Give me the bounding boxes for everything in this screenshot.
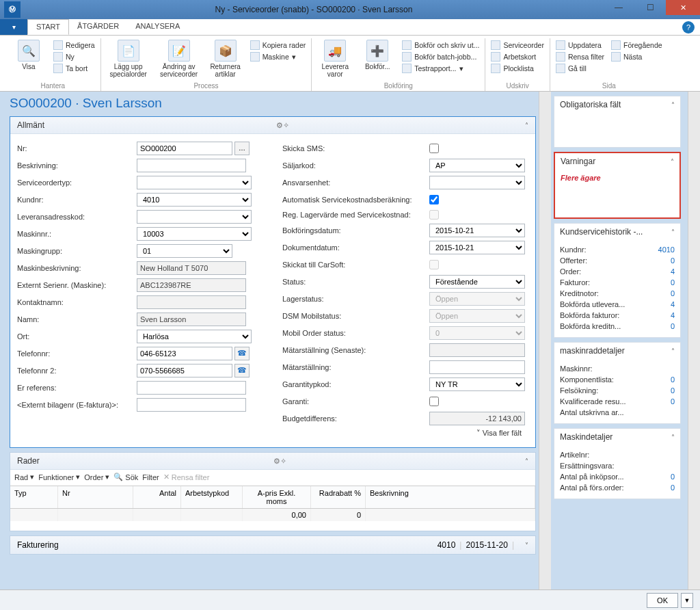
panel-maskinrad-header[interactable]: maskinraddetaljer˄ <box>554 343 680 359</box>
select-kundnr[interactable]: 4010 <box>137 193 252 207</box>
select-maskingrupp[interactable]: 01 <box>137 244 232 258</box>
list-item[interactable]: Bokförda utlevera...4 <box>560 299 675 310</box>
input-nr[interactable] <box>137 142 232 155</box>
select-serviceordertyp[interactable] <box>137 176 252 189</box>
list-item[interactable]: Ersättningsvara: <box>560 460 675 471</box>
chevron-down-icon-fakt[interactable]: ˅ <box>525 542 528 549</box>
list-item[interactable]: Artikelnr: <box>560 449 675 460</box>
select-maskinnr[interactable]: 10003 <box>137 227 252 241</box>
list-item[interactable]: Antal på inköpsor...0 <box>560 471 675 482</box>
toolbar-sok[interactable]: 🔍 Sök <box>113 473 138 481</box>
col-antal[interactable]: Antal <box>133 486 181 508</box>
input-externt-bilagenr[interactable] <box>137 398 246 412</box>
col-arbetstypkod[interactable]: Arbetstypkod <box>181 486 243 508</box>
col-radrabatt[interactable]: Radrabatt % <box>311 486 366 508</box>
phone-icon[interactable]: ☎ <box>234 347 250 360</box>
bokfor-skriv-ut-button[interactable]: Bokför och skriv ut... <box>401 40 481 51</box>
input-matarstallning[interactable] <box>429 360 525 374</box>
visa-button[interactable]: 🔍Visa <box>10 38 48 81</box>
panel-allmant-header[interactable]: Allmänt ⚙✧ ˄ <box>10 117 535 134</box>
lookup-nr[interactable]: … <box>234 142 250 155</box>
list-item[interactable]: Antal utskrivna ar... <box>560 407 675 418</box>
table-row[interactable]: 0,00 0 <box>10 509 535 521</box>
kopiera-rader-button[interactable]: Kopiera rader <box>249 40 308 51</box>
maximize-button[interactable] <box>634 0 666 15</box>
select-garantitypkod[interactable]: NY TR <box>429 377 525 391</box>
panel-rader-header[interactable]: Rader ⚙✧ ˄ <box>10 453 535 470</box>
bokfor-button[interactable]: ➕Bokför... <box>358 38 396 81</box>
phone2-icon[interactable]: ☎ <box>234 364 250 377</box>
panel-kundservice-header[interactable]: Kundservicehistorik -...˄ <box>554 224 680 240</box>
ok-dropdown[interactable]: ▼ <box>681 593 693 608</box>
panel-fakturering[interactable]: Fakturering 4010 | 2015-11-20 | ˅ <box>10 535 536 555</box>
select-ort[interactable]: Harlösa <box>137 330 252 343</box>
main-scrollbar[interactable] <box>539 92 551 589</box>
returnera-artiklar-button[interactable]: 📦Returnera artiklar <box>206 38 245 81</box>
file-tab[interactable]: ▾ <box>0 19 27 35</box>
select-ansvarsenhet[interactable] <box>429 176 525 189</box>
redigera-button[interactable]: Redigera <box>52 40 96 51</box>
list-item[interactable]: Komponentlista:0 <box>560 374 675 385</box>
help-icon[interactable]: ? <box>682 21 695 34</box>
list-item[interactable]: Bokförda fakturor:4 <box>560 310 675 321</box>
arbetskort-button[interactable]: Arbetskort <box>489 51 546 62</box>
maskine-button[interactable]: Maskine ▾ <box>249 51 308 62</box>
chevron-up-icon-mr[interactable]: ˄ <box>671 347 675 355</box>
list-item[interactable]: Felsökning:0 <box>560 385 675 396</box>
select-leveransadresskod[interactable] <box>137 210 252 224</box>
input-telefonnr[interactable] <box>137 347 232 360</box>
toolbar-order[interactable]: Order ▾ <box>84 473 109 481</box>
andring-av-serviceorder-button[interactable]: 📝Ändring av serviceorder <box>156 38 202 81</box>
col-typ[interactable]: Typ <box>10 486 58 508</box>
list-item[interactable]: Bokförda kreditn...0 <box>560 321 675 332</box>
list-item[interactable]: Kreditnotor:0 <box>560 288 675 299</box>
checkbox-garanti[interactable] <box>429 397 439 406</box>
lagg-upp-specialorder-button[interactable]: 📄Lägg upp specialorder <box>105 38 152 81</box>
input-telefonnr2[interactable] <box>137 364 232 377</box>
col-beskrivning[interactable]: Beskrivning <box>366 486 535 508</box>
bokfor-batch-button[interactable]: Bokför batch-jobb... <box>401 51 481 62</box>
toolbar-rensa-filter[interactable]: ✕ Rensa filter <box>163 473 210 481</box>
leverera-varor-button[interactable]: 🚚Leverera varor <box>316 38 354 81</box>
checkbox-auto-servicekostnad[interactable] <box>429 195 439 204</box>
ga-till-button[interactable]: Gå till <box>554 63 606 74</box>
select-dokumentdatum[interactable]: 2015-10-21 <box>429 241 525 254</box>
chevron-up-icon[interactable]: ˄ <box>525 122 528 129</box>
tabort-button[interactable]: Ta bort <box>52 63 96 74</box>
tab-atgarder[interactable]: ÅTGÄRDER <box>69 19 127 35</box>
nasta-button[interactable]: Nästa <box>610 51 664 62</box>
serviceorder-button[interactable]: Serviceorder <box>489 40 546 51</box>
testrapport-button[interactable]: Testrapport... ▾ <box>401 63 481 74</box>
input-er-referens[interactable] <box>137 381 246 395</box>
chevron-up-icon-varn[interactable]: ˄ <box>671 158 674 165</box>
checkbox-skicka-sms[interactable] <box>429 144 439 153</box>
ny-button[interactable]: Ny <box>52 51 96 62</box>
list-item[interactable]: Fakturor:0 <box>560 277 675 288</box>
gear-icon-rader[interactable]: ⚙✧ <box>273 457 286 466</box>
chevron-up-icon-rader[interactable]: ˄ <box>525 458 528 465</box>
visa-fler-falt[interactable]: ˅ Visa fler fält <box>17 427 528 442</box>
toolbar-rad[interactable]: Rad ▾ <box>14 473 34 481</box>
list-item[interactable]: Kundnr:4010 <box>560 244 675 255</box>
toolbar-filter[interactable]: Filter <box>142 473 159 481</box>
select-status[interactable]: Förestående <box>429 275 525 289</box>
ok-button[interactable]: OK <box>647 593 678 608</box>
panel-obligatoriska-header[interactable]: Obligatoriska fält˄ <box>554 96 680 113</box>
panel-varningar-header[interactable]: Varningar˄ <box>555 153 679 170</box>
rensa-filter-button[interactable]: Rensa filter <box>554 51 606 62</box>
panel-maskindetaljer-header[interactable]: Maskindetaljer˄ <box>554 429 680 445</box>
chevron-up-icon-ks[interactable]: ˄ <box>671 228 675 236</box>
list-item[interactable]: Order:4 <box>560 266 675 277</box>
close-button[interactable] <box>666 0 700 15</box>
uppdatera-button[interactable]: Uppdatera <box>554 40 606 51</box>
col-apris[interactable]: A-pris Exkl. moms <box>243 486 311 508</box>
list-item[interactable]: Maskinnr: <box>560 363 675 374</box>
list-item[interactable]: Antal på förs.order:0 <box>560 482 675 493</box>
tab-start[interactable]: START <box>27 19 69 35</box>
select-saljarkod[interactable]: AP <box>429 159 525 172</box>
chevron-up-icon-oblig[interactable]: ˄ <box>671 101 675 109</box>
list-item[interactable]: Offerter:0 <box>560 255 675 266</box>
foregaende-button[interactable]: Föregående <box>610 40 664 51</box>
gear-icon[interactable]: ⚙✧ <box>276 121 289 130</box>
chevron-up-icon-md[interactable]: ˄ <box>671 434 675 441</box>
